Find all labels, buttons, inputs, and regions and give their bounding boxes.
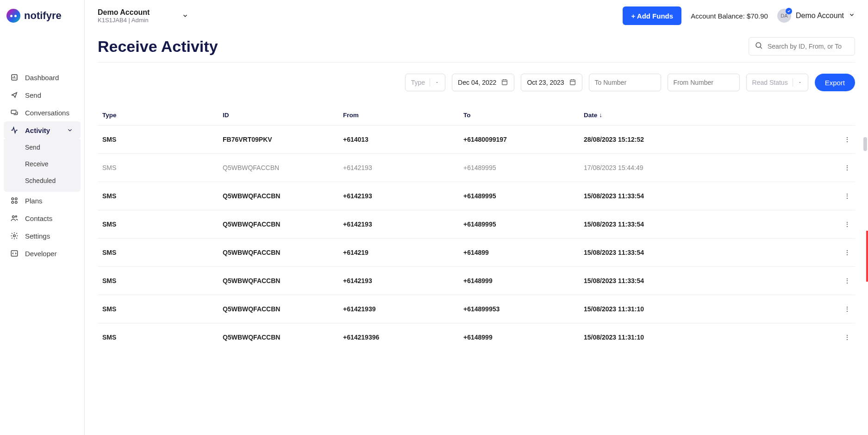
nav-activity-receive[interactable]: Receive xyxy=(4,156,81,172)
account-sub: K1S1JAB4 | Admin xyxy=(98,17,150,24)
svg-point-10 xyxy=(756,43,761,48)
nav-label: Send xyxy=(25,91,41,99)
row-actions-button[interactable]: ⋮ xyxy=(844,305,850,313)
cell-date: 15/08/2023 11:33:54 xyxy=(579,267,832,295)
table-row[interactable]: SMSQ5WBWQFACCBN+614219+61489915/08/2023 … xyxy=(98,239,855,267)
filter-read-status[interactable]: Read Status xyxy=(746,74,808,91)
caret-down-icon xyxy=(435,79,439,86)
nav-activity-send[interactable]: Send xyxy=(4,139,81,156)
svg-point-8 xyxy=(13,235,16,237)
cell-id: Q5WBWQFACCBN xyxy=(218,210,338,239)
chevron-down-icon xyxy=(849,12,855,20)
brand-logo[interactable]: notifyre xyxy=(6,9,62,23)
export-button[interactable]: Export xyxy=(815,74,855,91)
nav-activity[interactable]: Activity xyxy=(4,121,81,139)
nav-conversations[interactable]: Conversations xyxy=(0,104,84,121)
row-actions-button[interactable]: ⋮ xyxy=(844,249,850,256)
nav-dashboard[interactable]: Dashboard xyxy=(0,69,84,86)
cell-date: 15/08/2023 11:31:10 xyxy=(579,295,832,323)
nav-plans[interactable]: Plans xyxy=(0,192,84,209)
scrollbar-thumb[interactable] xyxy=(863,137,867,151)
table-row[interactable]: SMSQ5WBWQFACCBN+6142193+6148999517/08/20… xyxy=(98,154,855,182)
cell-from: +61421939 xyxy=(338,295,459,323)
nav-settings[interactable]: Settings xyxy=(0,227,84,245)
topbar: Demo Account K1S1JAB4 | Admin + Add Fund… xyxy=(85,0,868,32)
from-number-input[interactable] xyxy=(674,79,734,86)
svg-point-6 xyxy=(12,216,15,218)
row-actions-button[interactable]: ⋮ xyxy=(844,136,850,143)
col-from[interactable]: From xyxy=(338,105,459,126)
cell-to: +6148999 xyxy=(459,267,579,295)
cell-date: 17/08/2023 15:44:49 xyxy=(579,154,832,182)
table-row[interactable]: SMSFB76VRT09PKV+614013+6148009919728/08/… xyxy=(98,126,855,154)
avatar: DA xyxy=(777,9,791,23)
row-actions-button[interactable]: ⋮ xyxy=(844,277,850,284)
cell-type: SMS xyxy=(98,126,218,154)
row-actions-button[interactable]: ⋮ xyxy=(844,221,850,228)
activity-table: Type ID From To Date↓ SMSFB76VRT09PKV+61… xyxy=(98,105,855,351)
nav-contacts[interactable]: Contacts xyxy=(0,209,84,227)
cell-date: 15/08/2023 11:33:54 xyxy=(579,239,832,267)
search-box[interactable] xyxy=(749,37,855,56)
activity-icon xyxy=(10,126,19,134)
nav-label: Dashboard xyxy=(25,74,59,82)
cell-to: +61489995 xyxy=(459,154,579,182)
cell-type: SMS xyxy=(98,239,218,267)
table-row[interactable]: SMSQ5WBWQFACCBN+61421939+61489995315/08/… xyxy=(98,295,855,323)
search-input[interactable] xyxy=(768,43,849,50)
col-to[interactable]: To xyxy=(459,105,579,126)
col-id[interactable]: ID xyxy=(218,105,338,126)
table-row[interactable]: SMSQ5WBWQFACCBN+6142193+614899915/08/202… xyxy=(98,267,855,295)
cell-to: +61489995 xyxy=(459,210,579,239)
cell-type: SMS xyxy=(98,267,218,295)
cell-from: +6142193 xyxy=(338,267,459,295)
col-date[interactable]: Date↓ xyxy=(579,105,832,126)
svg-rect-12 xyxy=(570,80,575,85)
svg-point-3 xyxy=(15,198,18,200)
row-actions-button[interactable]: ⋮ xyxy=(844,192,850,200)
filter-bar: Type Dec 04, 2022 Oct 23, 2023 xyxy=(98,63,855,96)
filter-date-to[interactable]: Oct 23, 2023 xyxy=(521,74,582,91)
row-actions-button[interactable]: ⋮ xyxy=(844,164,850,171)
scroll-marker xyxy=(866,231,868,282)
nav-send[interactable]: Send xyxy=(0,86,84,104)
nav-label: Settings xyxy=(25,232,50,240)
add-funds-button[interactable]: + Add Funds xyxy=(623,6,681,25)
profile-menu[interactable]: DA Demo Account xyxy=(777,9,855,23)
logo-mark-icon xyxy=(6,9,20,23)
to-number-input[interactable] xyxy=(595,79,655,86)
verified-badge-icon xyxy=(786,8,792,14)
cell-id: Q5WBWQFACCBN xyxy=(218,182,338,210)
cell-to: +614899953 xyxy=(459,295,579,323)
calendar-icon xyxy=(501,78,508,87)
nav-activity-scheduled[interactable]: Scheduled xyxy=(4,172,81,189)
filter-to-number[interactable] xyxy=(589,74,661,91)
cell-id: FB76VRT09PKV xyxy=(218,126,338,154)
table-row[interactable]: SMSQ5WBWQFACCBN+6142193+6148999515/08/20… xyxy=(98,182,855,210)
nav-label: Activity xyxy=(25,126,50,134)
cell-from: +614219 xyxy=(338,239,459,267)
svg-rect-1 xyxy=(11,110,16,114)
cell-id: Q5WBWQFACCBN xyxy=(218,239,338,267)
col-type[interactable]: Type xyxy=(98,105,218,126)
table-row[interactable]: SMSQ5WBWQFACCBN+614219396+614899915/08/2… xyxy=(98,323,855,352)
cell-from: +6142193 xyxy=(338,182,459,210)
cell-id: Q5WBWQFACCBN xyxy=(218,154,338,182)
chevron-down-icon xyxy=(66,126,74,134)
svg-point-2 xyxy=(12,198,14,200)
filter-from-number[interactable] xyxy=(668,74,740,91)
send-icon xyxy=(10,91,19,99)
nav-label: Conversations xyxy=(25,109,69,117)
table-row[interactable]: SMSQ5WBWQFACCBN+6142193+6148999515/08/20… xyxy=(98,210,855,239)
cell-id: Q5WBWQFACCBN xyxy=(218,295,338,323)
filter-type[interactable]: Type xyxy=(405,74,445,91)
nav-developer[interactable]: Developer xyxy=(0,245,84,262)
svg-point-7 xyxy=(15,216,17,217)
code-icon xyxy=(10,249,19,258)
chevron-down-icon xyxy=(182,13,188,19)
filter-date-from[interactable]: Dec 04, 2022 xyxy=(452,74,514,91)
row-actions-button[interactable]: ⋮ xyxy=(844,334,850,341)
nav-label: Plans xyxy=(25,197,43,205)
account-switcher[interactable]: Demo Account K1S1JAB4 | Admin xyxy=(98,8,188,24)
account-balance: Account Balance: $70.90 xyxy=(691,12,768,20)
